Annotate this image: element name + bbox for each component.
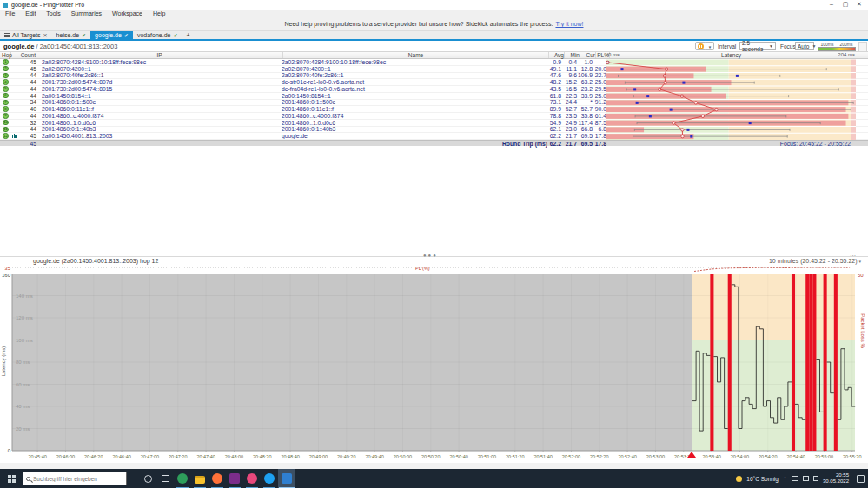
svg-text:120 ms: 120 ms [16, 315, 33, 320]
hop-name: 2001:4860:0:1::500e [280, 99, 546, 105]
tab-all-targets[interactable]: All Targets✕ [0, 31, 52, 39]
tracing-check-icon[interactable]: ✔ [82, 32, 86, 38]
network-tray-icon[interactable] [803, 476, 809, 481]
volume-tray-icon[interactable] [813, 476, 818, 481]
svg-text:20:47:20: 20:47:20 [169, 454, 187, 459]
close-button[interactable]: ✕ [852, 0, 866, 9]
app-blue-icon [264, 473, 275, 484]
weather-text[interactable]: 16°C Sonnig [746, 476, 779, 482]
action-center-icon[interactable] [857, 475, 865, 483]
hop-pl: 22.7 [593, 72, 606, 78]
close-icon[interactable]: ✕ [43, 32, 48, 38]
hop-badge: 4 [3, 79, 9, 85]
hop-badge: 11 [3, 127, 9, 133]
col-count[interactable]: Count [11, 52, 36, 58]
menu-workspace[interactable]: Workspace [107, 10, 148, 16]
target-tab-bar: All Targets✕heise.de✔google.de✔vodafone.… [0, 31, 868, 39]
hop-name: 2001:4860::1:0:d0c6 [280, 120, 546, 126]
tracing-check-icon[interactable]: ✔ [124, 32, 129, 38]
app-icon [3, 3, 8, 8]
tracing-check-icon[interactable]: ✔ [173, 32, 177, 38]
hop-cur: 23.2 [577, 86, 593, 92]
hop-count: 44 [21, 126, 36, 132]
tab-google-de[interactable]: google.de✔ [90, 31, 133, 39]
cortana-button[interactable] [139, 469, 156, 488]
taskbar-app-app-green[interactable] [174, 469, 191, 488]
hop-cur: 33.9 [577, 93, 593, 99]
taskbar-clock[interactable]: 20:55 30.05.2022 [823, 472, 849, 485]
maximize-button[interactable]: ▢ [838, 0, 852, 9]
hop-cur: 63.2 [577, 79, 593, 85]
hop-ip: 2001:4860:0:1::500e [36, 99, 280, 105]
taskbar-app-app-blue[interactable] [261, 469, 278, 488]
pingplotter-icon [282, 473, 292, 484]
menu-help[interactable]: Help [148, 10, 170, 16]
tab-heise-de[interactable]: heise.de✔ [52, 31, 91, 39]
add-target-tab-button[interactable]: + [182, 31, 194, 39]
hop-cur: 117.4 [577, 120, 593, 126]
task-view-button[interactable] [156, 469, 174, 488]
col-ip[interactable]: IP [36, 52, 283, 58]
hop-cur: 35.8 [577, 113, 593, 119]
interval-select[interactable]: 2.5 seconds▼ [739, 42, 776, 50]
taskbar-search[interactable] [23, 472, 127, 485]
hop-count: 44 [21, 113, 36, 119]
pause-button[interactable] [695, 42, 706, 50]
taskbar-app-explorer[interactable] [191, 469, 209, 488]
pause-dropdown[interactable]: ▾ [706, 42, 714, 50]
app-pink-icon [247, 473, 257, 484]
svg-text:20:49:20: 20:49:20 [337, 454, 355, 459]
hop-pl: 87.5 [593, 120, 606, 126]
taskbar-app-pingplotter[interactable] [278, 469, 295, 488]
menu-summaries[interactable]: Summaries [66, 10, 107, 16]
svg-text:20:52:20: 20:52:20 [590, 454, 608, 459]
chevron-down-icon: ▾ [858, 259, 861, 264]
hop-badge: 5 [3, 86, 9, 92]
tab-vodafone-de[interactable]: vodafone.de✔ [133, 31, 182, 39]
search-input[interactable] [33, 476, 120, 482]
menu-edit[interactable]: Edit [20, 10, 41, 16]
svg-text:35: 35 [4, 266, 10, 271]
target-summary: google.de / 2a00:1450:4001:813::2003 [3, 43, 117, 50]
focus-select[interactable]: Auto▼ [795, 42, 814, 50]
list-icon [4, 33, 10, 37]
svg-text:20:54:40: 20:54:40 [786, 454, 805, 459]
col-avg[interactable]: Avg [549, 52, 565, 58]
hop-latency-chart[interactable] [606, 59, 856, 140]
splitter-handle[interactable]: ●●● [423, 253, 438, 258]
menu-file[interactable]: File [0, 10, 20, 16]
col-min[interactable]: Min [565, 52, 580, 58]
taskbar-app-app-pink[interactable] [243, 469, 261, 488]
footer-avg: 62.2 [547, 141, 561, 147]
tab-label: vodafone.de [137, 32, 171, 38]
hop-ip: 2001:4860:0:11e1::f [36, 106, 280, 112]
minimize-button[interactable]: – [825, 0, 838, 9]
hop-count: 32 [21, 120, 36, 126]
svg-text:160: 160 [2, 273, 11, 278]
notification-link[interactable]: Try it now! [555, 21, 583, 27]
taskbar-app-firefox[interactable] [209, 469, 226, 488]
hop-ip: 2001:4860::1:0:d0c6 [36, 120, 280, 126]
tray-expand-icon[interactable]: ⌃ [783, 476, 787, 482]
tab-label: google.de [95, 32, 122, 38]
start-button[interactable] [0, 469, 23, 488]
svg-text:20:51:40: 20:51:40 [533, 454, 552, 459]
timeline-chart[interactable]: 140 ms120 ms100 ms80 ms60 ms40 ms20 ms20… [0, 266, 868, 469]
hop-badge: 10 [3, 120, 9, 126]
hop-badge: 3 [3, 73, 9, 79]
hop-min: 23.5 [561, 113, 577, 119]
col-hop[interactable]: Hop [0, 52, 11, 58]
hop-avg: 54.9 [546, 120, 561, 126]
taskbar-app-app-purple[interactable] [226, 469, 243, 488]
svg-text:20:48:00: 20:48:00 [225, 454, 243, 459]
hop-count: 44 [21, 86, 36, 92]
svg-text:Packet Loss %: Packet Loss % [860, 313, 865, 348]
col-cur[interactable]: Cur [580, 52, 596, 58]
col-name[interactable]: Name [283, 52, 549, 58]
timeline-range-selector[interactable]: 10 minutes (20:45:22 - 20:55:22) ▾ [769, 258, 861, 264]
menu-tools[interactable]: Tools [41, 10, 65, 16]
display-tray-icon[interactable] [792, 476, 798, 481]
svg-text:Latency (ms): Latency (ms) [1, 346, 6, 377]
hop-name: 2001:4860:0:11e1::f [280, 106, 546, 112]
svg-text:60 ms: 60 ms [16, 382, 30, 387]
